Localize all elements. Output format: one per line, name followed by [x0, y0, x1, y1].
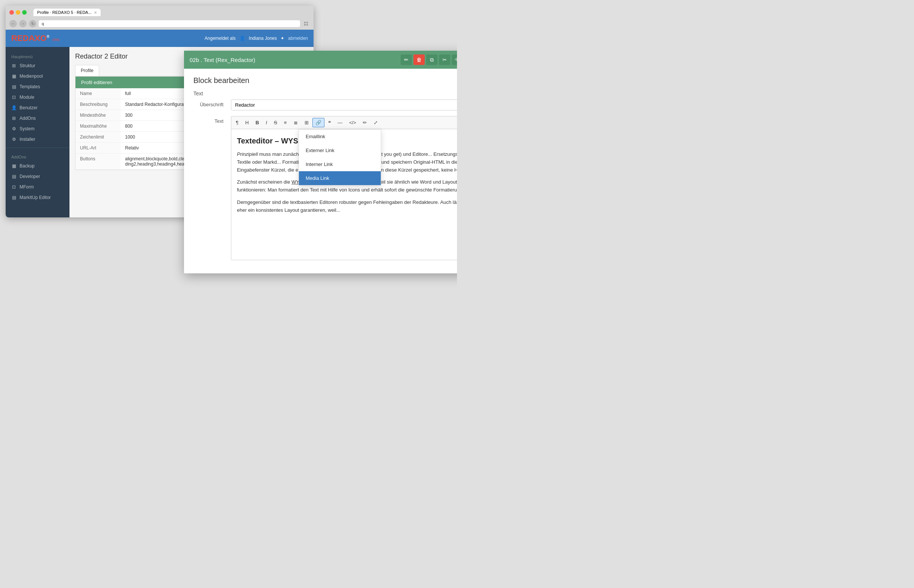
- sidebar-label-module: Module: [19, 95, 34, 100]
- field-label-zeichenlimit: Zeichenlimit: [76, 132, 121, 143]
- templates-icon: ▤: [11, 84, 16, 89]
- addons-icon: ⊞: [11, 116, 16, 121]
- sidebar-item-templates[interactable]: ▤ Templates: [6, 81, 69, 92]
- sidebar-label-mform: MForm: [19, 184, 34, 190]
- sidebar-item-mform[interactable]: ⊡ MForm: [6, 182, 69, 192]
- sidebar-label-developer: Developer: [19, 174, 40, 179]
- sidebar-item-module[interactable]: ⊡ Module: [6, 92, 69, 102]
- rte-btn-italic[interactable]: I: [263, 118, 270, 127]
- field-label-url-art: URL-Art: [76, 143, 121, 153]
- svg-rect-3: [307, 24, 308, 26]
- sidebar-item-developer[interactable]: ▤ Developer: [6, 171, 69, 182]
- rte-btn-link[interactable]: 🔗: [312, 118, 325, 127]
- minimize-dot[interactable]: [16, 10, 20, 15]
- heading-field-group: Überschrift: [194, 100, 457, 110]
- back-button[interactable]: ←: [10, 20, 17, 27]
- logged-in-as-label: Angemeldet als: [205, 36, 236, 41]
- installer-icon: ⚙: [11, 137, 16, 142]
- edit-button[interactable]: ✏: [400, 55, 412, 65]
- svg-rect-2: [304, 24, 306, 26]
- sidebar-label-addons: AddOns: [19, 116, 36, 121]
- text-label: Text: [194, 116, 223, 124]
- struktur-icon: ⊞: [11, 63, 16, 68]
- rte-btn-image[interactable]: ⊞: [302, 118, 312, 127]
- module-icon: ⊡: [11, 95, 16, 100]
- sidebar-item-addons[interactable]: ⊞ AddOns: [6, 113, 69, 124]
- block-editor-title: 02b . Text (Rex_Redactor): [190, 57, 255, 63]
- dropdown-item-internerlink[interactable]: Interner Link: [299, 157, 381, 171]
- sidebar-item-benutzer[interactable]: 👤 Benutzer: [6, 102, 69, 113]
- rte-btn-horizontal-rule[interactable]: —: [334, 118, 346, 127]
- username: Indiana Jones: [249, 36, 277, 41]
- rte-btn-unordered-list[interactable]: ≡: [281, 118, 290, 127]
- main-menu-label: Hauptmenü: [6, 51, 69, 60]
- sidebar-item-medienpool[interactable]: ▦ Medienpool: [6, 71, 69, 81]
- sidebar-label-medienpool: Medienpool: [19, 74, 43, 79]
- block-body: Block bearbeiten Text Überschrift Text ¶…: [184, 69, 457, 273]
- addons-section-label: AddOns: [6, 151, 69, 161]
- sidebar-label-backup: Backup: [19, 163, 34, 169]
- copy-button[interactable]: ⧉: [426, 55, 438, 65]
- rte-btn-code[interactable]: </>: [346, 118, 359, 127]
- block-header-actions: ✏ 🗑 ⧉ ✂ 👁 ⇄ ▲ ▼: [400, 55, 457, 65]
- close-dot[interactable]: [10, 10, 14, 15]
- rte-btn-quote[interactable]: ❝: [325, 118, 334, 127]
- rte-btn-ordered-list[interactable]: ≣: [291, 118, 301, 127]
- rte-toolbar: ¶ H B I S ≡ ≣ ⊞ 🔗 ❝ — </> ✏ ⤢: [231, 116, 457, 129]
- tab-close-btn[interactable]: ✕: [94, 11, 97, 15]
- link-dropdown-menu: Emaillink Externer Link Interner Link Me…: [299, 129, 381, 186]
- delete-button[interactable]: 🗑: [413, 55, 425, 65]
- logo-cms: cms: [53, 37, 59, 42]
- rte-btn-bold[interactable]: B: [252, 118, 262, 127]
- svg-rect-0: [304, 22, 306, 23]
- sidebar: Hauptmenü ⊞ Struktur ▦ Medienpool ▤ Temp…: [6, 47, 69, 217]
- system-icon: ⚙: [11, 126, 16, 131]
- rte-btn-paragraph[interactable]: ¶: [233, 118, 241, 127]
- sidebar-item-struktur[interactable]: ⊞ Struktur: [6, 60, 69, 71]
- dropdown-item-emaillink[interactable]: Emaillink: [299, 129, 381, 144]
- cut-button[interactable]: ✂: [439, 55, 450, 65]
- url-bar[interactable]: q: [39, 20, 300, 27]
- field-label-name: Name: [76, 88, 121, 99]
- block-editor-header: 02b . Text (Rex_Redactor) ✏ 🗑 ⧉ ✂ 👁 ⇄ ▲ …: [184, 51, 457, 69]
- sidebar-item-system[interactable]: ⚙ System: [6, 124, 69, 134]
- field-label-maxhöhe: Maximalhöhe: [76, 121, 121, 132]
- block-section-title: Block bearbeiten: [194, 76, 457, 85]
- field-label-desc: Beschreibung: [76, 99, 121, 110]
- sidebar-label-installer: Installer: [19, 137, 35, 142]
- rte-para-3: Demgegenüber sind die textbasierten Edit…: [237, 199, 457, 215]
- preview-button[interactable]: 👁: [452, 55, 457, 65]
- mform-icon: ⊡: [11, 184, 16, 190]
- user-icon: 👤: [240, 36, 245, 41]
- sidebar-label-benutzer: Benutzer: [19, 105, 37, 110]
- rte-btn-paint[interactable]: ✏: [360, 118, 370, 127]
- sidebar-item-markitup[interactable]: ▤ MarkItUp Editor: [6, 192, 69, 203]
- rte-btn-fullscreen[interactable]: ⤢: [371, 118, 381, 127]
- header-right: Angemeldet als 👤 Indiana Jones ✦ abmelde…: [205, 36, 308, 41]
- svg-rect-1: [307, 22, 308, 23]
- dropdown-item-externerlink[interactable]: Externer Link: [299, 144, 381, 157]
- field-label-minhöhe: Mindesthöhe: [76, 110, 121, 121]
- heading-label: Überschrift: [194, 100, 223, 107]
- block-editor: 02b . Text (Rex_Redactor) ✏ 🗑 ⧉ ✂ 👁 ⇄ ▲ …: [184, 51, 457, 273]
- benutzer-icon: 👤: [11, 105, 16, 110]
- logo-sup: ®: [47, 34, 49, 39]
- sidebar-item-backup[interactable]: ▦ Backup: [6, 161, 69, 171]
- logout-link[interactable]: abmelden: [288, 36, 308, 41]
- forward-button[interactable]: →: [19, 20, 27, 27]
- heading-input[interactable]: [231, 100, 457, 110]
- medienpool-icon: ▦: [11, 74, 16, 79]
- dropdown-item-medialink[interactable]: Media Link: [299, 171, 381, 185]
- maximize-dot[interactable]: [22, 10, 27, 15]
- sidebar-label-templates: Templates: [19, 84, 40, 89]
- sidebar-item-installer[interactable]: ⚙ Installer: [6, 134, 69, 145]
- tab-profile[interactable]: Profile: [75, 65, 99, 76]
- cms-logo: REDAXO® cms: [11, 34, 59, 43]
- rte-btn-strikethrough[interactable]: S: [271, 118, 280, 127]
- backup-icon: ▦: [11, 163, 16, 169]
- field-label-buttons: Buttons: [76, 153, 121, 170]
- sidebar-label-system: System: [19, 126, 34, 131]
- rte-btn-heading[interactable]: H: [242, 118, 252, 127]
- browser-tab-title: Profile · REDAXO 5 · REDA...: [37, 10, 92, 15]
- refresh-button[interactable]: ↻: [29, 20, 36, 27]
